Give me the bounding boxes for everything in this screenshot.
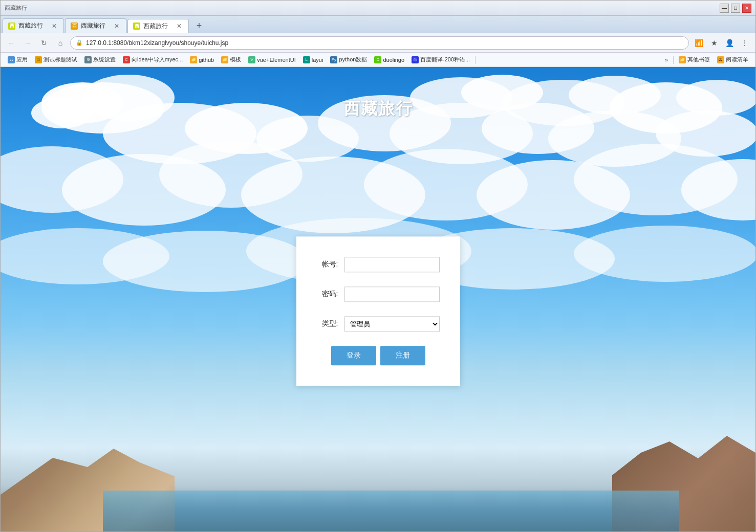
type-label: 类型: (317, 319, 338, 328)
bookmark-sys[interactable]: ⚙ 系统设置 (81, 55, 119, 64)
svg-point-26 (1, 228, 169, 284)
svg-point-1 (41, 82, 123, 123)
bookmark-button[interactable]: ★ (707, 36, 721, 50)
bookmarks-separator (475, 56, 476, 64)
svg-point-3 (31, 98, 93, 128)
menu-button[interactable]: ⋮ (738, 36, 751, 50)
svg-point-0 (41, 82, 164, 134)
idea-icon: C (123, 56, 130, 63)
reload-button[interactable]: ↻ (37, 36, 51, 50)
svg-point-25 (681, 159, 755, 220)
svg-point-17 (656, 110, 755, 157)
bookmarks-more-button[interactable]: » (662, 56, 671, 64)
bookmark-reading-label: 阅读清单 (726, 56, 748, 63)
svg-point-18 (1, 146, 123, 213)
bookmark-github-label: github (199, 57, 214, 63)
bookmark-sys-label: 系统设置 (93, 56, 116, 63)
tab-bar: 西 西藏旅行 ✕ 西 西藏旅行 ✕ 西 西藏旅行 ✕ + (1, 16, 755, 33)
browser-tab-1[interactable]: 西 西藏旅行 ✕ (3, 18, 64, 33)
bookmark-python[interactable]: Py python数据 (327, 55, 370, 64)
site-title: 西藏旅行 (343, 98, 413, 120)
account-row: 帐号: (317, 257, 440, 272)
svg-point-27 (103, 231, 308, 292)
address-input[interactable] (86, 39, 683, 47)
forward-button[interactable]: → (21, 36, 34, 50)
bookmark-baidu-label: 百度翻译-200种语... (420, 56, 470, 63)
page-background: 西藏旅行 帐号: 密码: 类型: 管理员 普通 (1, 67, 755, 531)
template-icon: 📁 (221, 56, 228, 63)
tab-favicon-1: 西 (8, 23, 15, 30)
login-card: 帐号: 密码: 类型: 管理员 普通用户 (296, 236, 460, 386)
tab-label-2: 西藏旅行 (81, 21, 110, 30)
svg-point-30 (574, 226, 755, 282)
tab-close-2[interactable]: ✕ (113, 22, 121, 30)
register-button[interactable]: 注册 (380, 346, 425, 365)
home-button[interactable]: ⌂ (54, 36, 67, 50)
bookmark-layui[interactable]: L layui (300, 55, 327, 64)
svg-point-23 (477, 160, 630, 230)
tab-favicon-2: 西 (71, 23, 78, 30)
vue-icon: V (248, 56, 255, 63)
baidu-icon: 百 (412, 56, 419, 63)
svg-point-2 (82, 75, 175, 121)
svg-point-21 (241, 157, 425, 233)
bookmark-other[interactable]: 📁 其他书签 (676, 55, 713, 64)
bookmarks-separator-2 (673, 56, 674, 64)
svg-point-11 (185, 103, 308, 154)
other-icon: 📁 (679, 56, 686, 63)
svg-point-7 (569, 76, 661, 115)
bookmark-layui-label: layui (312, 57, 323, 63)
cast-button[interactable]: 📶 (692, 36, 705, 50)
account-input[interactable] (344, 257, 440, 272)
svg-point-10 (103, 103, 256, 164)
tab-close-1[interactable]: ✕ (50, 22, 58, 30)
browser-tab-2[interactable]: 西 西藏旅行 ✕ (65, 18, 126, 33)
new-tab-button[interactable]: + (192, 18, 206, 33)
svg-point-22 (364, 149, 528, 220)
bookmark-reading[interactable]: 🕮 阅读清单 (714, 55, 751, 64)
lake (103, 491, 679, 531)
bookmark-idea[interactable]: C 向idea中导入myec... (120, 55, 186, 64)
account-button[interactable]: 👤 (723, 36, 736, 50)
apps-icon: ☷ (8, 56, 15, 63)
bookmark-duo[interactable]: D duolingo (371, 55, 407, 64)
bookmark-other-label: 其他书签 (687, 56, 710, 63)
bookmark-vue[interactable]: V vue+ElementUI (245, 55, 299, 64)
minimize-button[interactable]: — (720, 4, 729, 13)
svg-point-9 (676, 80, 755, 116)
account-label: 帐号: (317, 260, 338, 269)
type-select[interactable]: 管理员 普通用户 (344, 316, 440, 331)
bookmark-vue-label: vue+ElementUI (257, 57, 296, 63)
bookmark-template-label: 模板 (230, 56, 241, 63)
address-bar: ← → ↻ ⌂ 🔒 📶 ★ 👤 ⋮ (1, 33, 755, 53)
address-actions: 📶 ★ 👤 ⋮ (692, 36, 751, 50)
svg-point-15 (482, 103, 594, 154)
type-row: 类型: 管理员 普通用户 (317, 316, 440, 331)
close-button[interactable]: ✕ (742, 4, 751, 13)
bookmark-github[interactable]: 📁 github (187, 55, 217, 64)
bookmark-apps[interactable]: ☷ 应用 (5, 55, 31, 64)
bookmark-apps-label: 应用 (16, 56, 28, 63)
tab-favicon-3: 西 (133, 23, 140, 30)
svg-point-24 (574, 144, 738, 215)
bookmark-template[interactable]: 📁 模板 (218, 55, 244, 64)
password-input[interactable] (344, 286, 440, 302)
reading-icon: 🕮 (717, 56, 724, 63)
bookmarks-more-label: » (665, 57, 668, 63)
bookmarks-bar: ☷ 应用 □ 测试标题测试 ⚙ 系统设置 C 向idea中导入myec... 📁… (1, 53, 755, 67)
maximize-button[interactable]: □ (731, 4, 740, 13)
browser-window: 西藏旅行 — □ ✕ 西 西藏旅行 ✕ 西 西藏旅行 ✕ 西 西藏旅行 ✕ + … (0, 0, 756, 532)
login-button[interactable]: 登录 (331, 346, 376, 365)
browser-tab-3[interactable]: 西 西藏旅行 ✕ (127, 19, 189, 33)
back-button[interactable]: ← (5, 36, 18, 50)
sys-icon: ⚙ (84, 56, 92, 63)
svg-point-8 (610, 82, 722, 134)
tab-close-3[interactable]: ✕ (175, 22, 183, 30)
bookmark-baidu[interactable]: 百 百度翻译-200种语... (408, 55, 473, 64)
bookmark-test[interactable]: □ 测试标题测试 (32, 55, 80, 64)
duo-icon: D (374, 56, 381, 63)
bookmark-idea-label: 向idea中导入myec... (132, 56, 183, 63)
svg-point-12 (256, 116, 359, 162)
github-icon: 📁 (190, 56, 197, 63)
tab-label-3: 西藏旅行 (143, 22, 172, 31)
